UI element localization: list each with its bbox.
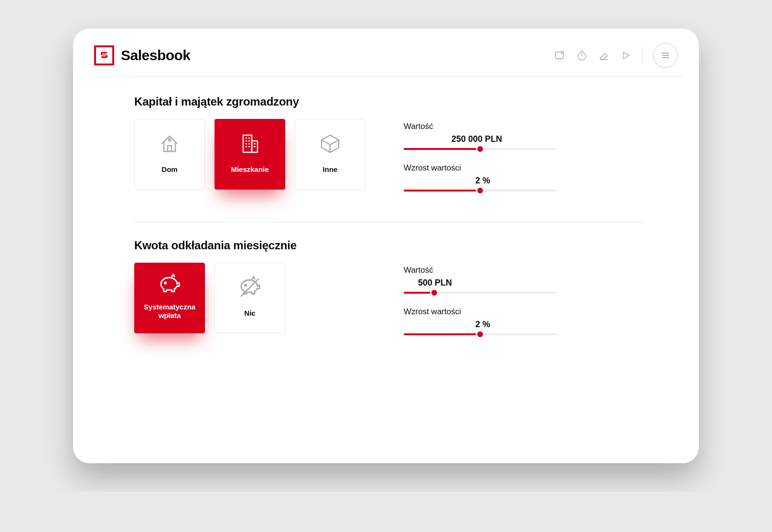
slider-value-display: 2 % [404, 176, 643, 186]
building-icon [237, 131, 263, 157]
card-label: Mieszkanie [231, 165, 268, 174]
brand-name: Salesbook [121, 47, 191, 64]
toolbar [554, 43, 678, 68]
slider-value-display: 500 PLN [404, 278, 643, 288]
svg-rect-4 [243, 135, 252, 152]
slider-label: Wzrost wartości [404, 307, 643, 317]
card-nic[interactable]: Nic [214, 263, 285, 333]
brand: Salesbook [94, 45, 191, 65]
brand-logo [94, 45, 114, 65]
slider-knob[interactable] [476, 186, 484, 195]
slider-track[interactable] [404, 148, 557, 150]
slider-track[interactable] [404, 292, 557, 294]
edit-icon[interactable] [554, 50, 566, 61]
card-inne[interactable]: Inne [295, 119, 365, 190]
app-window: Salesbook [73, 29, 699, 463]
card-label: Systematyczna wpłata [139, 303, 201, 320]
section1-cards: Dom Mieszkanie [134, 119, 365, 190]
main-content: Kapitał i majątek zgromadzony Dom [86, 77, 686, 349]
card-label: Nic [244, 309, 255, 318]
slider-label: Wartość [404, 122, 643, 131]
slider-knob[interactable] [476, 330, 484, 339]
slider-fill [404, 148, 480, 150]
cube-icon [317, 131, 343, 157]
eraser-icon[interactable] [598, 50, 610, 61]
slider-track[interactable] [404, 333, 557, 335]
slider-value: Wartość 500 PLN [404, 266, 643, 294]
slider-track[interactable] [404, 190, 557, 192]
section2-title: Kwota odkładania miesięcznie [134, 239, 643, 252]
s-logo-icon [99, 50, 109, 61]
menu-button[interactable] [653, 43, 678, 68]
slider-growth: Wzrost wartości 2 % [404, 307, 643, 335]
slider-fill [404, 190, 480, 192]
slider-value-display: 2 % [404, 319, 643, 330]
house-icon [157, 131, 182, 157]
card-label: Inne [323, 165, 338, 174]
slider-label: Wzrost wartości [404, 163, 643, 173]
section1-sliders: Wartość 250 000 PLN Wzrost wartości 2 % [404, 119, 643, 205]
card-systematyczna[interactable]: Systematyczna wpłata [134, 263, 205, 333]
section1-body: Dom Mieszkanie [134, 119, 643, 205]
section2-body: Systematyczna wpłata Nic [134, 263, 643, 349]
card-dom[interactable]: Dom [134, 119, 205, 190]
play-icon[interactable] [620, 50, 632, 61]
svg-point-7 [245, 285, 246, 286]
svg-point-6 [164, 282, 166, 284]
toolbar-divider [642, 46, 643, 65]
section2-cards: Systematyczna wpłata Nic [134, 263, 285, 333]
section1-title: Kapitał i majątek zgromadzony [134, 95, 643, 108]
section-divider [134, 222, 643, 223]
slider-growth: Wzrost wartości 2 % [404, 163, 643, 192]
slider-knob[interactable] [476, 145, 484, 153]
timer-icon[interactable] [576, 50, 588, 61]
slider-knob[interactable] [430, 288, 439, 297]
slider-value: Wartość 250 000 PLN [404, 122, 643, 150]
card-mieszkanie[interactable]: Mieszkanie [214, 119, 285, 190]
section2-sliders: Wartość 500 PLN Wzrost wartości 2 % [404, 263, 643, 349]
slider-fill [404, 333, 480, 335]
slider-label: Wartość [404, 266, 643, 275]
piggy-icon [157, 272, 182, 298]
slider-value-display: 250 000 PLN [404, 134, 643, 144]
app-header: Salesbook [86, 43, 686, 77]
hamburger-icon [660, 50, 671, 61]
svg-rect-2 [168, 146, 172, 151]
card-label: Dom [161, 165, 177, 174]
piggy-slash-icon [237, 275, 263, 300]
svg-rect-3 [169, 139, 171, 141]
